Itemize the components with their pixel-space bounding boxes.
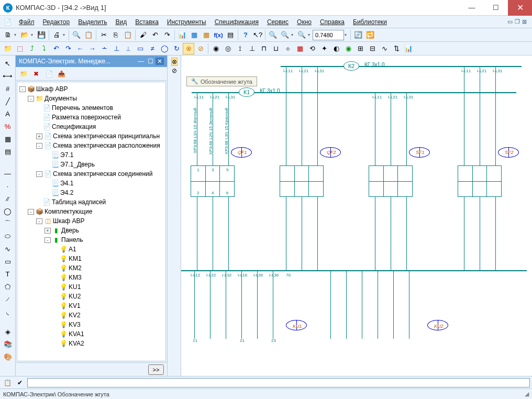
el-icon-8[interactable]: → <box>86 43 98 54</box>
paste-icon[interactable]: 📋 <box>122 29 134 41</box>
el-icon-29[interactable]: ◉ <box>342 43 354 54</box>
lt-par-icon[interactable]: ⫽ <box>2 193 14 204</box>
tree-comp-7[interactable]: KV2 <box>69 312 81 319</box>
ptb-exp-icon[interactable]: 📤 <box>56 68 67 80</box>
tree-doc-3[interactable]: Схема электрическая принципиальн <box>53 132 160 140</box>
tree-doc-2[interactable]: Спецификация <box>52 123 96 130</box>
menu-view[interactable]: Вид <box>112 17 131 27</box>
tree-shkaf2[interactable]: Шкаф АВР <box>53 217 84 225</box>
lt-pt-icon[interactable]: · <box>2 180 14 192</box>
el-icon-4[interactable]: ⤵ <box>38 43 50 54</box>
lt-text-icon[interactable]: A <box>2 108 14 119</box>
layers-icon[interactable]: ▤ <box>225 29 236 41</box>
tree-comp-4[interactable]: KU1 <box>69 283 81 291</box>
menu-spec[interactable]: Спецификация <box>210 17 263 27</box>
zoom-fit-icon[interactable]: 🔍 <box>267 29 279 41</box>
tree-comp-10[interactable]: KVA2 <box>69 340 84 347</box>
el-icon-32[interactable]: ∿ <box>379 43 390 54</box>
ptb-del-icon[interactable]: ✖ <box>30 68 42 80</box>
menu-select[interactable]: Выделить <box>74 17 111 27</box>
el-icon-19[interactable]: ◎ <box>222 43 234 54</box>
el-icon-31[interactable]: ⊟ <box>367 43 378 54</box>
el-icon-21[interactable]: ⊥ <box>246 43 258 54</box>
menu-window[interactable]: Окно <box>293 17 316 27</box>
props-icon[interactable]: ▦ <box>201 29 212 41</box>
el-icon-10[interactable]: ⊥ <box>110 43 122 54</box>
el-icon-6[interactable]: ↷ <box>62 43 74 54</box>
minimize-button[interactable]: — <box>460 0 484 16</box>
ct-harness-icon[interactable]: ⊗ <box>171 58 178 66</box>
el-icon-27[interactable]: ✦ <box>318 43 330 54</box>
project-tree[interactable]: -📦Шкаф АВР -📁Документы 📄Перечень элемент… <box>17 82 166 361</box>
tree-docs[interactable]: Документы <box>45 95 77 102</box>
el-icon-20[interactable]: ⟟ <box>234 43 246 54</box>
lt-spl-icon[interactable]: ∿ <box>2 243 14 254</box>
tree-e71d[interactable]: Э7.1_Дверь <box>60 161 95 168</box>
el-icon-2[interactable]: ⬚ <box>14 43 26 54</box>
lt-arc-icon[interactable]: ⌒ <box>2 218 14 229</box>
tree-comp-1[interactable]: KM1 <box>69 255 82 262</box>
el-icon-9[interactable]: ∸ <box>98 43 110 54</box>
zoom-in-icon[interactable]: 🔍 <box>296 29 307 41</box>
whatsthis-icon[interactable]: ↖? <box>252 29 263 41</box>
ct-2-icon[interactable]: ⊘ <box>172 67 177 74</box>
tree-comp-0[interactable]: A1 <box>69 246 76 253</box>
tree-comp-2[interactable]: KM2 <box>69 264 82 272</box>
help-icon[interactable]: ? <box>240 29 251 41</box>
lt-cham-icon[interactable]: ⟋ <box>2 293 14 305</box>
lt-table-icon[interactable]: ▦ <box>2 133 14 145</box>
command-input[interactable] <box>27 378 530 387</box>
preview-icon[interactable]: 🔍 <box>71 29 82 41</box>
lt-poly-icon[interactable]: ⬠ <box>2 281 14 292</box>
cut-icon[interactable]: ✂ <box>98 29 109 41</box>
el-icon-14[interactable]: ◯ <box>159 43 170 54</box>
mdi-close[interactable]: ⊠ <box>522 18 527 25</box>
lt-txt2-icon[interactable]: Т <box>2 268 14 280</box>
mdi-restore[interactable]: ❐ <box>515 18 520 25</box>
menu-file[interactable]: Файл <box>15 17 39 27</box>
el-icon-12[interactable]: ▭ <box>135 43 146 54</box>
expand-button[interactable]: >> <box>148 364 164 375</box>
lt-rect-icon[interactable]: ▭ <box>2 256 14 267</box>
el-icon-18[interactable]: ◉ <box>210 43 221 54</box>
brush-icon[interactable]: 🖌 <box>137 29 149 41</box>
lt-spec-icon[interactable]: ▤ <box>2 146 14 157</box>
menu-service[interactable]: Сервис <box>263 17 293 27</box>
el-harness-icon[interactable]: ⊗ <box>183 43 194 54</box>
el-icon-30[interactable]: ⊞ <box>354 43 366 54</box>
el-icon-33[interactable]: ⇅ <box>391 43 402 54</box>
tree-doc-1[interactable]: Разметка поверхностей <box>52 114 121 121</box>
lt-cursor-icon[interactable]: ↖ <box>2 58 14 69</box>
table-icon[interactable]: ▦ <box>189 29 200 41</box>
menu-instruments[interactable]: Инструменты <box>163 17 210 27</box>
lt-line-icon[interactable]: ╱ <box>2 95 14 107</box>
el-icon-11[interactable]: ⟂ <box>123 43 134 54</box>
close-button[interactable]: ✕ <box>508 0 532 16</box>
el-icon-22[interactable]: ⊓ <box>258 43 270 54</box>
spec-icon[interactable]: 📊 <box>176 29 188 41</box>
tree-comp-3[interactable]: KM3 <box>69 274 82 281</box>
zoom-input[interactable]: 0.7480 <box>313 30 344 40</box>
undo-icon[interactable]: ↶ <box>149 29 161 41</box>
cmd-list-icon[interactable]: 📋 <box>2 378 13 388</box>
resize-grip-icon[interactable]: ◢ <box>525 391 529 397</box>
ptb-open-icon[interactable]: 📁 <box>18 68 29 80</box>
tree-e71[interactable]: Э7.1 <box>60 151 73 159</box>
menu-editor[interactable]: Редактор <box>39 17 74 27</box>
el-icon-3[interactable]: ⤴ <box>26 43 38 54</box>
zoom-sel-icon[interactable]: 🔍 <box>279 29 291 41</box>
lt-lib-icon[interactable]: 📚 <box>2 338 14 350</box>
el-icon-1[interactable]: 📁 <box>2 43 14 54</box>
el-icon-23[interactable]: ⊔ <box>270 43 282 54</box>
lt-fil-icon[interactable]: ◟ <box>2 306 14 317</box>
lt-seg-icon[interactable]: — <box>2 168 14 179</box>
menu-insert[interactable]: Вставка <box>131 17 163 27</box>
el-icon-24[interactable]: ⟐ <box>282 43 294 54</box>
lt-dim-icon[interactable]: ⟷ <box>2 70 14 82</box>
panel-max-icon[interactable]: ☐ <box>146 58 154 65</box>
doc-icon[interactable]: 📋 <box>83 29 94 41</box>
copy-icon[interactable]: ⎘ <box>110 29 121 41</box>
panel-min-icon[interactable]: — <box>137 58 145 65</box>
tree-comp-9[interactable]: KVA1 <box>69 330 84 338</box>
el-icon-34[interactable]: 📊 <box>403 43 414 54</box>
